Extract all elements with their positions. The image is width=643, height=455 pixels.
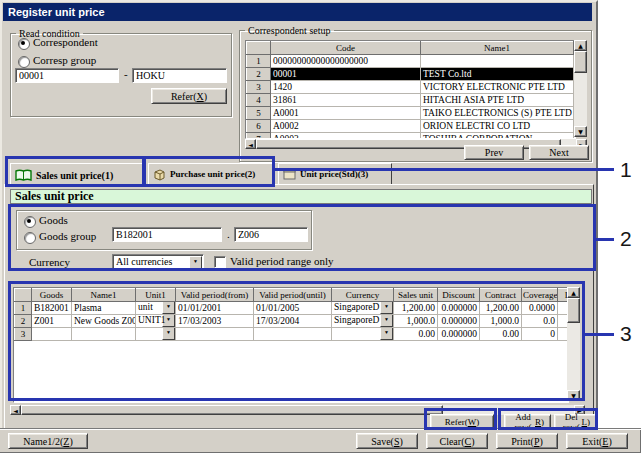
name-cell[interactable]: TEST Co.ltd	[421, 68, 574, 81]
correspondent-vertical-scrollbar[interactable]: ▲ ▼	[574, 40, 587, 137]
code-cell[interactable]: 31861	[271, 94, 421, 107]
row-number-cell[interactable]: 3	[15, 328, 32, 341]
row-number-cell[interactable]: 2	[15, 315, 32, 328]
correspondent-row[interactable]: 6A0002ORION ELECTRI CO LTD	[247, 120, 574, 133]
scroll-down-icon[interactable]: ▼	[574, 126, 587, 137]
goods-radio[interactable]	[24, 216, 36, 228]
grid-cell[interactable]: 0.00	[394, 328, 438, 341]
del-row-button[interactable]: Del row(L)	[554, 414, 597, 429]
grid-column-header[interactable]: Discount	[438, 289, 480, 302]
grid-cell[interactable]: 0.000000	[438, 328, 480, 341]
row-number-cell[interactable]: 5	[247, 107, 271, 120]
name-cell[interactable]: HITACHI ASIA PTE LTD	[421, 94, 574, 107]
dropdown-arrow-icon[interactable]: ▼	[380, 315, 393, 328]
grid-cell[interactable]: ▼	[332, 328, 394, 341]
correspondent-code-from-input[interactable]	[15, 68, 119, 83]
scroll-left-icon[interactable]: ◄	[245, 139, 256, 149]
grid-cell[interactable]: 17/03/2003	[176, 315, 254, 328]
grid-cell[interactable]: 1,200.00	[480, 302, 522, 315]
next-button[interactable]: Next	[529, 145, 589, 160]
row-number-cell[interactable]: 1	[15, 302, 32, 315]
goods-from-input[interactable]	[112, 227, 222, 242]
tab-unit-price-std[interactable]: Unit price(Std)(3)	[278, 163, 392, 184]
grid-cell[interactable]: 1,000.0	[480, 315, 522, 328]
grid-cell[interactable]: 17/03/2004	[254, 315, 332, 328]
correspondent-code-to-input[interactable]	[132, 68, 227, 83]
correspondent-row[interactable]: 100000000000000000000	[247, 55, 574, 68]
code-cell[interactable]: A0002	[271, 120, 421, 133]
row-number-cell[interactable]: 6	[247, 120, 271, 133]
refer-w-button[interactable]: Refer(W)	[430, 414, 494, 429]
grid-cell[interactable]: 01/01/2001	[176, 302, 254, 315]
grid-cell[interactable]: Plasma	[72, 302, 136, 315]
print-button[interactable]: Print(P)	[496, 433, 558, 449]
code-cell[interactable]: A0001	[271, 107, 421, 120]
grid-column-header[interactable]: Coverage	[522, 289, 558, 302]
currency-combobox[interactable]: ▼ All currencies	[112, 254, 204, 270]
scrollbar-thumb[interactable]	[574, 51, 587, 73]
grid-cell[interactable]	[176, 328, 254, 341]
grid-cell[interactable]: 0.0000	[522, 302, 558, 315]
grid-cell[interactable]: 1,200.00	[394, 302, 438, 315]
prev-button[interactable]: Prev	[464, 145, 524, 160]
grid-cell[interactable]: ▼unit	[136, 302, 176, 315]
grid-cell[interactable]: New Goods Z001	[72, 315, 136, 328]
code-cell[interactable]: 00001	[271, 68, 421, 81]
tab-sales-unit-price[interactable]: Sales unit price(1)	[10, 163, 144, 186]
name-cell[interactable]: VICTORY ELECTRONIC PTE LTD	[421, 81, 574, 94]
title-bar[interactable]: Register unit price	[3, 3, 592, 21]
corresp-group-radio[interactable]	[18, 56, 30, 68]
grid-column-header[interactable]: Goods	[32, 289, 72, 302]
name-cell[interactable]: TAIKO ELECTRONICS (S) PTE LTD	[421, 107, 574, 120]
exit-button[interactable]: Exit(E)	[566, 433, 628, 449]
grid-cell[interactable]: 1,000.0	[394, 315, 438, 328]
grid-cell[interactable]	[254, 328, 332, 341]
dropdown-arrow-icon[interactable]: ▼	[189, 256, 202, 269]
correspondent-row[interactable]: 5A0001TAIKO ELECTRONICS (S) PTE LTD	[247, 107, 574, 120]
code-column-header[interactable]: Code	[271, 42, 421, 55]
grid-column-header[interactable]: Name1	[72, 289, 136, 302]
grid-column-header[interactable]: Valid period(until)	[254, 289, 332, 302]
grid-cell[interactable]: ▼	[136, 328, 176, 341]
grid-column-header[interactable]: Valid period(from)	[176, 289, 254, 302]
grid-cell[interactable]: 0.000000	[438, 302, 480, 315]
grid-cell[interactable]	[72, 328, 136, 341]
valid-period-checkbox[interactable]	[214, 256, 226, 268]
grid-horizontal-scrollbar[interactable]: ◄ ►	[10, 405, 585, 415]
correspondent-radio[interactable]	[18, 38, 30, 50]
grid-column-header[interactable]: Sales unit	[394, 289, 438, 302]
grid-cell[interactable]: ▼SingaporeD	[332, 302, 394, 315]
grid-cell[interactable]: 01/01/2005	[254, 302, 332, 315]
code-cell[interactable]: 1420	[271, 81, 421, 94]
grid-cell[interactable]: 0	[522, 328, 558, 341]
grid-cell[interactable]: 0.00	[480, 328, 522, 341]
grid-cell[interactable]: Z001	[32, 315, 72, 328]
dropdown-arrow-icon[interactable]: ▼	[162, 328, 175, 341]
scroll-down-icon[interactable]: ▼	[567, 390, 580, 401]
save-button[interactable]: Save(S)	[356, 433, 418, 449]
scrollbar-thumb[interactable]	[21, 405, 443, 415]
scroll-left-icon[interactable]: ◄	[10, 405, 21, 415]
dropdown-arrow-icon[interactable]: ▼	[162, 315, 175, 328]
dropdown-arrow-icon[interactable]: ▼	[162, 302, 175, 315]
scroll-up-icon[interactable]: ▲	[567, 287, 580, 298]
tab-purchase-unit-price[interactable]: Purchase unit price(2)	[148, 163, 274, 184]
grid-row[interactable]: 2Z001New Goods Z001▼UNIT117/03/200317/03…	[15, 315, 570, 328]
grid-row[interactable]: 3▼▼0.000.0000000.000	[15, 328, 570, 341]
goods-group-radio[interactable]	[24, 232, 36, 244]
grid-column-header[interactable]: Currency	[332, 289, 394, 302]
grid-row[interactable]: 1B182001Plasma▼unit01/01/200101/01/2005▼…	[15, 302, 570, 315]
row-number-cell[interactable]: 4	[247, 94, 271, 107]
grid-column-header[interactable]: Contract	[480, 289, 522, 302]
goods-to-input[interactable]	[234, 227, 308, 242]
grid-cell[interactable]: 0.0	[522, 315, 558, 328]
code-cell[interactable]: 00000000000000000000	[271, 55, 421, 68]
name12-button[interactable]: Name1/2(Z)	[8, 433, 88, 449]
grid-cell[interactable]: ▼UNIT1	[136, 315, 176, 328]
grid-column-header[interactable]: Unit1	[136, 289, 176, 302]
grid-cell[interactable]: B182001	[32, 302, 72, 315]
correspondent-row[interactable]: 431861HITACHI ASIA PTE LTD	[247, 94, 574, 107]
dropdown-arrow-icon[interactable]: ▼	[380, 328, 393, 341]
name1-column-header[interactable]: Name1	[421, 42, 574, 55]
refer-x-button[interactable]: Refer(X)	[151, 88, 227, 104]
